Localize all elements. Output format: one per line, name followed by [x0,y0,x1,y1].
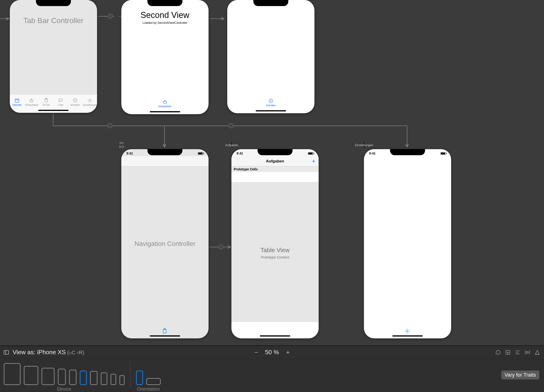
device-iphone-max[interactable] [58,369,66,385]
separator [130,362,130,387]
tab-label: Schulden [266,104,276,107]
placeholder-title: Tab Bar Controller [10,16,97,25]
clipboard-icon [162,328,168,335]
table-subtitle: Prototype Content [231,255,319,259]
segue-badge[interactable] [108,13,113,19]
device-iphone-plus[interactable] [90,371,98,385]
second-view-title: Second View [121,10,208,20]
nav-bar: Aufgaben + [231,156,319,166]
notch [36,0,71,6]
scene-einstellungen[interactable]: 9:41 [364,149,451,338]
device-iphone-xs[interactable] [80,371,87,385]
tab-label: TO DO [42,104,50,106]
tab-schulden[interactable]: € Schulden [68,94,82,110]
tab-label: Einkaufsliste [25,104,38,106]
device-picker [4,362,124,385]
zoom-out-button[interactable]: − [254,349,258,356]
device-ipad-12[interactable] [4,363,21,385]
tab-einkaufsliste[interactable]: Einkaufsliste [24,94,39,110]
device-iphone-xr[interactable] [69,370,77,385]
device-ipad-11[interactable] [24,366,38,385]
placeholder-title: Navigation Controller [121,240,208,248]
view-as-prefix: View as: [13,349,37,356]
orientation-portrait[interactable] [136,371,143,385]
clipboard-icon [43,98,49,103]
battery-icon [308,152,313,155]
euro-icon: € [72,98,78,103]
device-iphone-4s[interactable] [119,375,124,385]
zoom-value[interactable]: 50 % [263,349,281,356]
segue-badge[interactable] [107,123,112,128]
footer: View as: iPhone XS (wC hR) − 50 % + [0,346,544,392]
device-iphone-se[interactable] [111,374,116,385]
tab-einkaufsliste[interactable]: Einkaufsliste [156,96,174,111]
gear-icon [87,98,93,103]
view-as-label[interactable]: View as: iPhone XS (wC hR) [13,349,84,356]
orientation-label: Orientation [137,386,160,392]
home-indicator [256,110,286,111]
tab-label: Einkaufsliste [158,105,171,108]
svg-point-16 [407,330,408,332]
storyboard-canvas[interactable]: Tab Bar Controller Kalender Einkaufslist… [0,0,544,345]
svg-rect-3 [15,99,19,103]
document-outline-toggle[interactable] [4,350,9,354]
tab-schulden[interactable]: € Schulden [261,95,280,110]
scene-aufgaben[interactable]: 9:41 Aufgaben + Prototype Cells Table Vi… [231,149,319,338]
orientation-landscape[interactable] [146,378,161,385]
status-time: 9:41 [126,151,133,155]
tab-kalender[interactable]: Kalender [10,94,24,110]
home-indicator [150,335,180,337]
notch [148,0,183,6]
notch [258,149,293,155]
second-view-subtitle: Loaded by SecondViewController [121,21,208,24]
svg-rect-23 [527,352,528,353]
device-label: Device [57,386,71,392]
device-iphone-8[interactable] [101,372,107,385]
home-indicator [392,335,423,337]
home-indicator [260,335,290,337]
chat-icon [58,98,64,103]
scene-second-view[interactable]: Second View Loaded by SecondViewControll… [121,0,208,114]
nav-title: Aufgaben [266,159,284,164]
tab-label: Chat [58,104,63,106]
tab-label: Schulden [71,104,80,106]
nav-bar-empty [121,156,208,166]
home-indicator [150,111,180,112]
tab-label: Kalender [12,104,22,106]
home-indicator [38,110,69,111]
prototype-cells-header: Prototype Cells [231,166,319,172]
embed-in-icon[interactable] [505,349,511,355]
tab-chat[interactable]: Chat [53,94,68,110]
scene-title-bar[interactable]: TO DO [121,142,122,148]
segue-badge[interactable] [218,244,224,249]
view-as-device: iPhone XS [37,349,66,356]
tab-todo[interactable]: TO DO [39,94,53,110]
device-ipad-9[interactable] [41,368,55,385]
zoom-in-button[interactable]: + [286,349,290,356]
battery-icon [198,152,203,155]
scene-todo-nav[interactable]: 9:41 Navigation Controller [121,149,208,338]
basket-icon [29,98,34,103]
table-title: Table View [231,247,319,254]
svg-marker-24 [535,350,539,354]
table-body[interactable]: Table View Prototype Content [231,182,319,322]
vary-for-traits-button[interactable]: Vary for Traits [501,371,539,379]
scene-schulden[interactable]: € Schulden [227,0,314,113]
calendar-icon [14,98,20,103]
scene-title-bar[interactable]: Aufgaben [231,142,232,148]
notch [148,149,183,155]
segue-badge[interactable] [229,123,234,128]
notch [390,149,425,155]
scene-title-bar[interactable]: Einstellungen [364,142,364,148]
tab-einstellungen[interactable]: Einstellungen [83,94,97,110]
svg-text:€: € [270,99,272,102]
resolve-constraints-icon[interactable] [534,349,540,355]
align-icon[interactable] [514,349,521,355]
svg-point-11 [89,100,90,101]
prototype-cell[interactable] [231,172,319,182]
pin-constraints-icon[interactable] [524,349,531,355]
add-button[interactable]: + [312,158,315,165]
update-frames-icon[interactable] [495,349,501,355]
scene-tabbar-controller[interactable]: Tab Bar Controller Kalender Einkaufslist… [10,0,97,113]
svg-text:€: € [74,99,76,102]
